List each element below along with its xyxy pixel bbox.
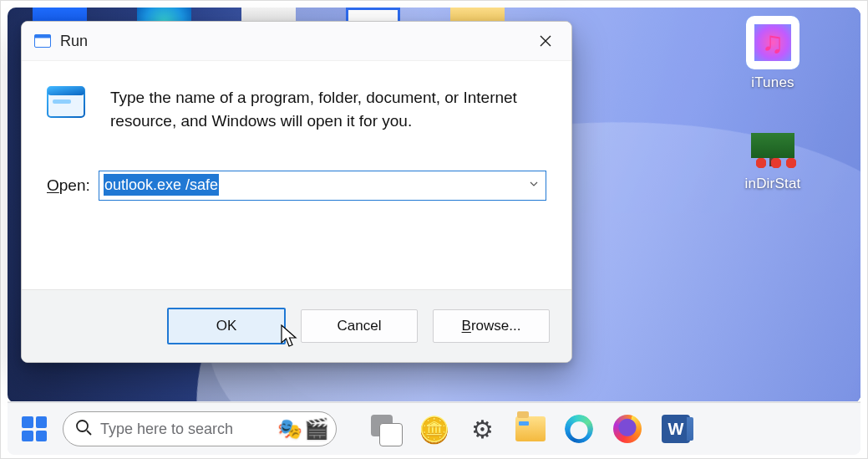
cursor-icon: [281, 324, 299, 351]
folder-icon: [515, 416, 546, 441]
dialog-description: Type the name of a program, folder, docu…: [110, 86, 546, 132]
search-placeholder: Type here to search: [100, 421, 233, 438]
word-button[interactable]: W: [656, 409, 696, 449]
file-explorer-button[interactable]: [510, 409, 551, 449]
edge-button[interactable]: [559, 409, 599, 449]
open-label: Open:: [47, 176, 99, 195]
cancel-button[interactable]: Cancel: [301, 309, 418, 343]
edge-icon: [565, 415, 593, 443]
windirstat-icon: [748, 125, 798, 171]
taskbar: Type here to search 🎭🎬 🪙 ⚙ W: [8, 402, 860, 455]
close-button[interactable]: [526, 25, 565, 57]
svg-rect-3: [48, 87, 84, 95]
desktop-icon-itunes[interactable]: ♫ iTunes: [727, 16, 819, 91]
desktop-icon-label: inDirStat: [727, 176, 819, 192]
word-icon: W: [662, 415, 690, 443]
open-input-selection: outlook.exe /safe: [104, 174, 219, 196]
ok-button[interactable]: OK: [167, 308, 286, 344]
firefox-icon: [613, 415, 642, 443]
desktop-icons: ♫ iTunes inDirStat: [727, 16, 835, 226]
open-combobox[interactable]: outlook.exe /safe: [99, 171, 546, 201]
gear-icon: ⚙: [471, 415, 494, 444]
settings-button[interactable]: ⚙: [462, 409, 502, 449]
run-titlebar-icon: [33, 32, 52, 50]
start-button[interactable]: [14, 409, 54, 449]
widgets-icon: 🪙: [419, 415, 449, 444]
search-icon: [75, 419, 92, 439]
svg-point-5: [77, 421, 88, 431]
desktop-icon-label: iTunes: [727, 74, 819, 91]
chevron-down-icon[interactable]: [528, 178, 540, 193]
browse-button[interactable]: Browse...: [433, 309, 550, 343]
search-highlights-icon[interactable]: 🎭🎬: [277, 417, 329, 441]
widgets-button[interactable]: 🪙: [414, 409, 454, 449]
run-dialog: Run Type the name of a program, folder, …: [21, 21, 572, 363]
task-view-icon: [371, 415, 399, 443]
screen: groovyPost.com ♫ iTunes inDirStat Run: [0, 0, 868, 459]
task-view-button[interactable]: [365, 409, 405, 449]
svg-rect-1: [35, 35, 51, 38]
dialog-titlebar[interactable]: Run: [22, 22, 571, 61]
windows-logo-icon: [14, 409, 54, 449]
svg-rect-4: [53, 99, 71, 104]
taskbar-search-box[interactable]: Type here to search 🎭🎬: [63, 411, 337, 446]
itunes-icon: ♫: [746, 16, 799, 69]
desktop-icon-windirstat[interactable]: inDirStat: [727, 125, 819, 192]
firefox-button[interactable]: [607, 409, 647, 449]
run-icon: [47, 86, 87, 121]
dialog-title: Run: [60, 33, 526, 50]
